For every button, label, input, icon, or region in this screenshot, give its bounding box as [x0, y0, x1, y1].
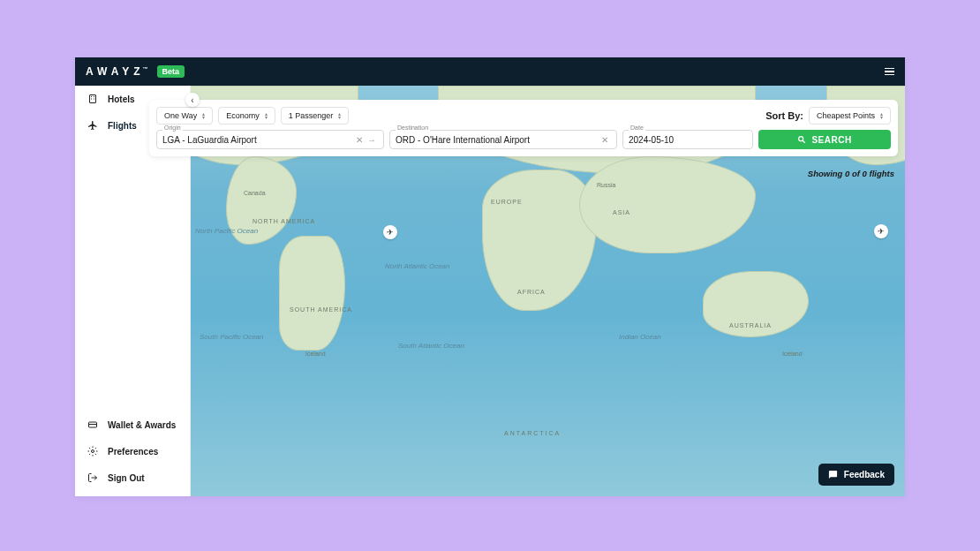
wallet-icon — [87, 419, 98, 430]
origin-input[interactable] — [162, 135, 353, 145]
origin-field[interactable]: Origin ✕ → — [156, 130, 384, 149]
sidebar-item-label: Sign Out — [108, 473, 145, 483]
sort-arrows-icon: ▴▾ — [202, 112, 205, 119]
svg-rect-1 — [91, 96, 92, 97]
map-label: North Pacific Ocean — [195, 227, 258, 235]
cabin-dropdown[interactable]: Economy ▴▾ — [218, 107, 275, 125]
map-label: North Atlantic Ocean — [385, 262, 450, 270]
trip-type-dropdown[interactable]: One Way ▴▾ — [156, 107, 213, 125]
sort-dropdown[interactable]: Cheapest Points ▴▾ — [809, 107, 891, 125]
plane-icon — [87, 120, 98, 131]
map-label: Indian Ocean — [619, 333, 661, 341]
building-icon — [87, 94, 98, 104]
map-label: SOUTH AMERICA — [290, 306, 352, 313]
beta-badge: Beta — [157, 65, 185, 78]
search-icon — [797, 135, 806, 144]
map-label: South Atlantic Ocean — [398, 342, 464, 350]
passengers-dropdown[interactable]: 1 Passenger ▴▾ — [281, 107, 350, 125]
svg-line-9 — [803, 140, 806, 143]
field-label: Destination — [396, 125, 430, 131]
svg-rect-0 — [90, 95, 96, 103]
map-label: Canada — [244, 190, 266, 196]
sidebar-item-preferences[interactable]: Preferences — [75, 438, 190, 464]
svg-rect-2 — [94, 96, 94, 97]
map-label: NORTH AMERICA — [253, 218, 315, 224]
dropdown-label: Economy — [226, 111, 260, 120]
sidebar-item-signout[interactable]: Sign Out — [75, 464, 190, 491]
clear-origin-icon[interactable]: ✕ — [353, 135, 366, 145]
map-label: Iceland — [782, 351, 803, 357]
sidebar-item-wallet[interactable]: Wallet & Awards — [75, 411, 190, 438]
chat-icon — [828, 470, 838, 479]
map-marker-plane[interactable]: ✈ — [383, 225, 397, 239]
map-label: Iceland — [305, 351, 326, 357]
sort-arrows-icon: ▴▾ — [880, 112, 883, 119]
svg-rect-6 — [89, 424, 97, 425]
clear-destination-icon[interactable]: ✕ — [599, 135, 611, 145]
swap-icon[interactable]: → — [366, 135, 378, 145]
dropdown-label: Cheapest Points — [817, 111, 875, 120]
sort-arrows-icon: ▴▾ — [265, 112, 268, 119]
search-button-label: SEARCH — [811, 135, 851, 145]
field-label: Origin — [162, 125, 183, 131]
results-count: Showing 0 of 0 flights — [808, 169, 894, 178]
search-button[interactable]: SEARCH — [758, 130, 891, 149]
map-label: ASIA — [613, 209, 630, 215]
map-label: ANTARCTICA — [504, 430, 561, 436]
sidebar-item-label: Flights — [108, 121, 137, 131]
sidebar-item-label: Hotels — [108, 94, 135, 104]
svg-point-8 — [799, 137, 803, 141]
signout-icon — [87, 472, 98, 483]
nav-bottom-group: Wallet & Awards Preferences Sign Out — [75, 411, 190, 496]
date-field[interactable]: Date — [622, 130, 753, 149]
destination-input[interactable] — [396, 135, 599, 145]
svg-rect-3 — [91, 99, 92, 100]
svg-rect-4 — [94, 99, 94, 100]
sort-by-label: Sort By: — [765, 110, 803, 121]
map-label: AUSTRALIA — [729, 322, 772, 328]
brand-logo: AWAYZ™ — [86, 65, 148, 78]
sidebar-item-label: Preferences — [108, 447, 158, 457]
dropdown-label: 1 Passenger — [289, 111, 334, 120]
chevron-left-icon: ‹ — [191, 95, 193, 105]
map-label: AFRICA — [517, 289, 546, 295]
search-panel: One Way ▴▾ Economy ▴▾ 1 Passenger ▴▾ Sor… — [149, 100, 898, 156]
field-label: Date — [629, 125, 645, 131]
top-bar: AWAYZ™ Beta — [75, 57, 905, 86]
app-frame: AWAYZ™ Beta Hotels Flights — [75, 57, 905, 496]
map-label: EUROPE — [491, 199, 523, 205]
dropdown-label: One Way — [164, 111, 197, 120]
map-label: Russia — [597, 182, 615, 188]
destination-field[interactable]: Destination ✕ — [389, 130, 617, 149]
hamburger-menu-icon[interactable] — [885, 68, 894, 76]
date-input[interactable] — [629, 135, 747, 145]
svg-point-7 — [92, 450, 94, 453]
sidebar-item-label: Wallet & Awards — [108, 420, 176, 430]
gear-icon — [87, 446, 98, 457]
sort-arrows-icon: ▴▾ — [338, 112, 341, 119]
sidebar-collapse-button[interactable]: ‹ — [185, 93, 200, 107]
main-area: Hotels Flights Wallet & Awards — [75, 86, 905, 496]
map-label: South Pacific Ocean — [200, 333, 263, 341]
feedback-button[interactable]: Feedback — [818, 464, 894, 486]
map-marker-plane[interactable]: ✈ — [874, 224, 888, 238]
feedback-label: Feedback — [844, 470, 885, 479]
